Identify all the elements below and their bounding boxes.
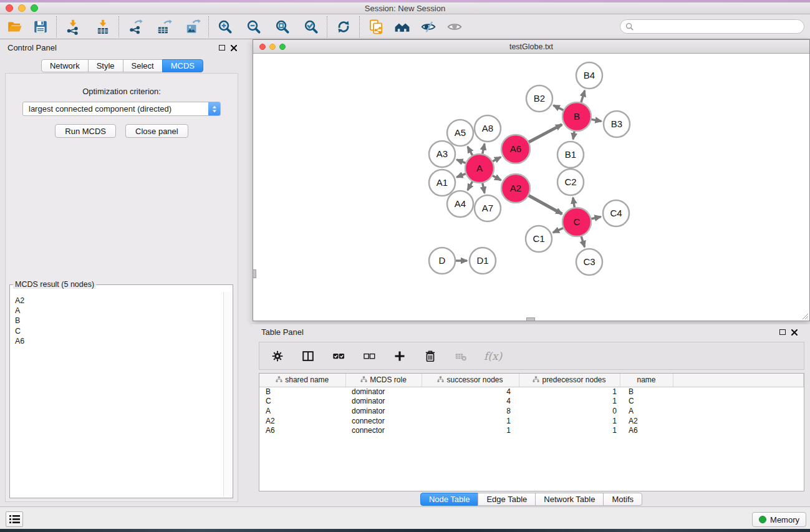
node-table-container[interactable]: shared nameMCDS rolesuccessor nodesprede… <box>259 373 804 491</box>
resize-grip-icon[interactable] <box>801 312 809 320</box>
import-table-button[interactable] <box>93 16 112 37</box>
table-cell: dominator <box>345 387 422 397</box>
network-hscroll-thumb[interactable] <box>526 317 535 321</box>
tab-node-table[interactable]: Node Table <box>420 493 479 506</box>
tab-select[interactable]: Select <box>123 59 163 72</box>
app-titlebar: Session: New Session <box>0 2 810 14</box>
tab-style[interactable]: Style <box>88 59 123 72</box>
delete-table-icon <box>454 349 468 363</box>
copy-network-button[interactable] <box>366 16 385 37</box>
network-window-titlebar[interactable]: testGlobe.txt <box>253 40 809 54</box>
delete-table-button[interactable] <box>453 349 468 364</box>
delete-column-button[interactable] <box>423 349 438 364</box>
table-cell: B <box>620 387 673 397</box>
network-minimize-button[interactable] <box>269 44 276 50</box>
columns-icon <box>301 349 315 363</box>
close-table-panel-icon[interactable] <box>791 329 798 336</box>
table-row[interactable]: A6connector11A6 <box>259 425 804 435</box>
maximize-window-button[interactable] <box>31 4 38 12</box>
close-panel-icon[interactable] <box>231 45 237 51</box>
table-cell: dominator <box>345 397 422 407</box>
table-cell: A <box>259 406 345 416</box>
column-header[interactable]: name <box>620 374 673 387</box>
export-table-button[interactable] <box>154 16 173 37</box>
refresh-icon <box>335 19 352 35</box>
table-settings-button[interactable] <box>270 349 285 364</box>
status-bar: Memory <box>0 506 810 529</box>
memory-button[interactable]: Memory <box>752 512 806 527</box>
zoom-selected-button[interactable] <box>301 16 321 37</box>
table-cell: C <box>620 397 673 407</box>
table-row[interactable]: Cdominator41C <box>259 397 804 407</box>
float-panel-icon[interactable] <box>219 45 225 51</box>
table-panel-title: Table Panel <box>261 327 304 337</box>
mcds-result-item[interactable]: A2 <box>15 296 223 306</box>
close-panel-button[interactable]: Close panel <box>125 124 188 138</box>
mcds-panel: Optimization criterion: largest connecte… <box>5 73 238 502</box>
criterion-value: largest connected component (directed) <box>23 104 208 114</box>
select-all-button[interactable] <box>331 349 346 364</box>
table-row[interactable]: A2connector11A2 <box>259 416 804 426</box>
toolbar-separator <box>118 16 119 37</box>
column-header[interactable]: MCDS role <box>345 374 422 387</box>
task-history-button[interactable] <box>6 511 23 527</box>
table-cell: A2 <box>259 416 345 426</box>
add-column-button[interactable] <box>392 349 407 364</box>
hide-selected-button[interactable] <box>418 16 438 37</box>
column-browser-button[interactable] <box>301 349 316 364</box>
close-window-button[interactable] <box>6 4 13 12</box>
houses-icon <box>394 19 410 35</box>
network-canvas[interactable]: B4B2BB3A8A5A6A3B1AC2A1A2A4A7C4CC1DD1C3 <box>253 54 809 321</box>
mcds-result-item[interactable]: B <box>15 316 223 326</box>
network-vscroll-thumb[interactable] <box>253 269 256 278</box>
zoom-in-button[interactable] <box>215 16 234 37</box>
export-image-button[interactable] <box>183 16 202 37</box>
tab-network-table[interactable]: Network Table <box>535 493 604 506</box>
show-all-button[interactable] <box>445 16 464 37</box>
zoom-out-button[interactable] <box>244 16 263 37</box>
tab-edge-table[interactable]: Edge Table <box>478 493 536 506</box>
deselect-all-button[interactable] <box>362 349 377 364</box>
graph-node-label: B3 <box>611 118 622 129</box>
search-input[interactable] <box>637 22 799 31</box>
import-network-icon <box>65 19 81 35</box>
node-table-body: Bdominator41BCdominator41CAdominator80AA… <box>259 387 804 435</box>
checked-boxes-icon <box>332 349 345 363</box>
tab-motifs[interactable]: Motifs <box>603 493 642 506</box>
column-header[interactable]: predecessor nodes <box>519 374 620 387</box>
window-controls <box>6 4 38 12</box>
column-header-filler <box>673 374 804 387</box>
network-close-button[interactable] <box>259 44 266 50</box>
column-header[interactable]: shared name <box>259 374 345 387</box>
float-table-panel-icon[interactable] <box>779 329 786 335</box>
mcds-result-item[interactable]: A6 <box>15 336 223 346</box>
zoom-fit-button[interactable] <box>272 16 292 37</box>
first-neighbors-button[interactable] <box>392 16 412 37</box>
run-mcds-button[interactable]: Run MCDS <box>55 124 116 138</box>
table-cell: 8 <box>422 406 519 416</box>
export-network-button[interactable] <box>125 16 145 37</box>
import-table-icon <box>95 19 111 35</box>
session-title: Session: New Session <box>365 4 445 13</box>
search-field[interactable] <box>620 19 804 34</box>
mcds-result-scrollbar[interactable] <box>223 292 232 497</box>
apply-layout-button[interactable] <box>334 16 353 37</box>
minimize-window-button[interactable] <box>18 4 26 12</box>
table-row[interactable]: Adominator80A <box>259 406 804 416</box>
import-network-button[interactable] <box>63 16 82 37</box>
mcds-result-item[interactable]: A <box>15 306 223 316</box>
table-row[interactable]: Bdominator41B <box>259 387 804 397</box>
function-builder-button[interactable]: f(x) <box>484 349 502 364</box>
open-file-button[interactable] <box>5 16 24 37</box>
criterion-select[interactable]: largest connected component (directed) <box>22 102 221 116</box>
column-header[interactable]: successor nodes <box>422 374 519 387</box>
tab-network[interactable]: Network <box>41 59 89 72</box>
table-cell: B <box>259 387 345 397</box>
network-maximize-button[interactable] <box>279 44 286 50</box>
save-session-button[interactable] <box>31 16 50 37</box>
graph-node-label: C <box>574 216 581 227</box>
mcds-result-item[interactable]: C <box>15 326 223 336</box>
graph-node-label: A4 <box>455 198 466 209</box>
network-graph: B4B2BB3A8A5A6A3B1AC2A1A2A4A7C4CC1DD1C3 <box>253 54 809 321</box>
tab-mcds[interactable]: MCDS <box>162 59 203 72</box>
